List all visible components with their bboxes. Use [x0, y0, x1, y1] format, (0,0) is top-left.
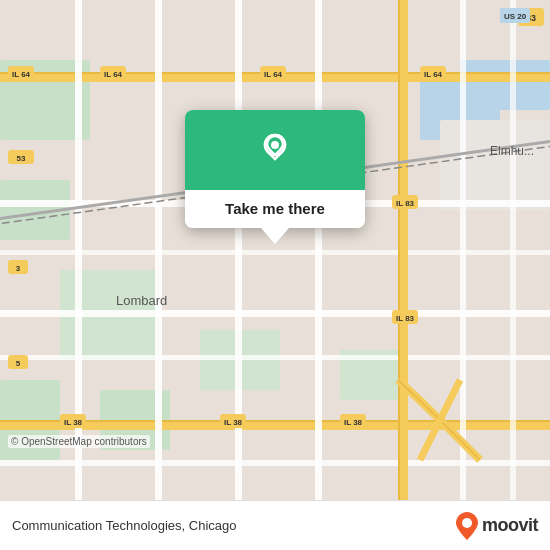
svg-rect-10 — [440, 120, 550, 210]
svg-rect-17 — [0, 355, 550, 360]
svg-text:IL 38: IL 38 — [64, 418, 83, 427]
svg-text:53: 53 — [17, 154, 26, 163]
moovit-pin-icon — [456, 512, 478, 540]
svg-rect-23 — [155, 0, 162, 500]
svg-rect-25 — [315, 0, 322, 500]
svg-rect-21 — [398, 0, 400, 500]
svg-text:5: 5 — [16, 359, 21, 368]
popup-card[interactable]: Take me there — [185, 110, 365, 228]
svg-text:IL 38: IL 38 — [344, 418, 363, 427]
svg-rect-19 — [0, 460, 550, 466]
svg-point-62 — [462, 518, 472, 528]
map-svg: 83 IL 64 IL 64 IL 64 IL 64 IL 83 IL 83 I… — [0, 0, 550, 500]
moovit-logo: moovit — [456, 512, 538, 540]
popup-green-area — [185, 110, 365, 190]
svg-text:3: 3 — [16, 264, 21, 273]
map-container: 83 IL 64 IL 64 IL 64 IL 64 IL 83 IL 83 I… — [0, 0, 550, 500]
popup-bottom[interactable]: Take me there — [185, 190, 365, 228]
moovit-text: moovit — [482, 515, 538, 536]
svg-text:US 20: US 20 — [504, 12, 527, 21]
location-pin-icon — [253, 126, 297, 170]
svg-text:Lombard: Lombard — [116, 293, 167, 308]
svg-rect-18 — [0, 250, 550, 255]
svg-text:IL 38: IL 38 — [224, 418, 243, 427]
map-attribution: © OpenStreetMap contributors — [8, 435, 150, 448]
popup-pointer — [261, 228, 289, 244]
svg-text:IL 83: IL 83 — [396, 314, 415, 323]
svg-text:IL 64: IL 64 — [264, 70, 283, 79]
svg-rect-27 — [510, 0, 516, 500]
svg-rect-16 — [0, 310, 550, 317]
svg-text:IL 64: IL 64 — [424, 70, 443, 79]
info-bar: Communication Technologies, Chicago moov… — [0, 500, 550, 550]
svg-point-61 — [271, 141, 279, 149]
location-text: Communication Technologies, Chicago — [12, 518, 237, 533]
svg-text:IL 64: IL 64 — [104, 70, 123, 79]
svg-text:IL 64: IL 64 — [12, 70, 31, 79]
svg-text:Elmhu...: Elmhu... — [490, 144, 534, 158]
svg-rect-26 — [460, 0, 466, 500]
take-me-there-label: Take me there — [225, 200, 325, 217]
svg-text:IL 83: IL 83 — [396, 199, 415, 208]
svg-rect-9 — [460, 60, 550, 110]
